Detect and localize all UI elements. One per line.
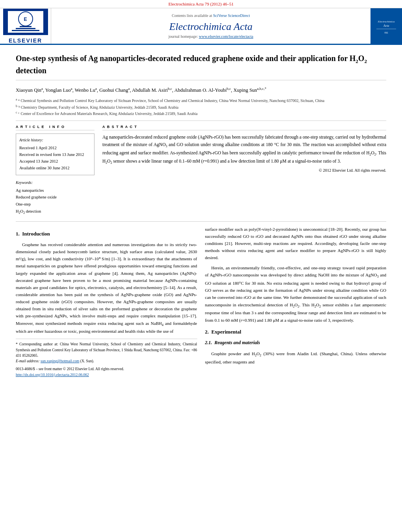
journal-icon: Electrochimica Acta ISE [374,14,398,37]
journal-homepage: journal homepage: www.elsevier.com/locat… [169,34,253,39]
article-title: One-step synthesis of Ag nanoparticles-d… [16,53,386,80]
article-meta-section: A R T I C L E I N F O Article history: R… [16,125,386,215]
issn-line: 0013-4686/$ – see front matter © 2012 El… [16,366,197,372]
body-two-col: 1. Introduction Graphene has received co… [16,226,386,378]
svg-text:ISE: ISE [384,32,388,34]
body-right-col: surface modifier such as poly(N-vinyl-2-… [205,226,387,378]
svg-text:E: E [24,17,27,22]
article-history-box: Article history: Received 1 April 2012 R… [16,133,94,175]
elsevier-brand: ELSEVIER [9,37,42,44]
intro-para-1: Graphene has received considerable atten… [16,241,197,335]
authors: Xiaoyun Qina, Yonglan Luoa, Wenbo Lua, G… [16,86,386,94]
sciverse-link[interactable]: SciVerse ScienceDirect [213,13,250,18]
footnote-star: * Corresponding author at: China West No… [16,341,197,358]
journal-center-header: Contents lists available at SciVerse Sci… [51,8,371,44]
footnote-area: * Corresponding author at: China West No… [16,339,197,378]
main-content: One-step synthesis of Ag nanoparticles-d… [0,45,402,386]
body-content: 1. Introduction Graphene has received co… [16,221,386,378]
svg-rect-3 [20,26,31,27]
body-left-col: 1. Introduction Graphene has received co… [16,226,197,378]
journal-title: Electrochimica Acta [169,21,253,33]
intro-para-2: surface modifier such as poly(N-vinyl-2-… [205,226,387,261]
footnote-email: E-mail address: sun.xuping@hotmail.com (… [16,358,197,364]
journal-logo-right: Electrochimica Acta ISE [371,8,402,44]
sciverse-line: Contents lists available at SciVerse Sci… [172,13,250,18]
abstract-text: Ag nanoparticles-decorated reduced graph… [102,133,386,166]
abstract-label: A B S T R A C T [102,125,386,130]
homepage-link[interactable]: www.elsevier.com/locate/electacta [199,34,253,39]
affiliations: a ᵃ Chemical Synthesis and Pollution Con… [16,97,386,121]
abstract-col: A B S T R A C T Ag nanoparticles-decorat… [102,125,386,215]
article-info-col: A R T I C L E I N F O Article history: R… [16,125,94,215]
copyright: © 2012 Elsevier Ltd. All rights reserved… [102,168,386,172]
keywords-box: Keywords: Ag nanoparticles Reduced graph… [16,179,94,216]
svg-rect-4 [16,28,35,29]
reagents-para: Graphite powder and H2O2 (30%) were from… [205,350,387,365]
intro-para-3: Herein, an environmentally friendly, cos… [205,264,387,323]
intro-heading: 1. Introduction [16,230,197,238]
svg-rect-5 [12,30,39,31]
doi-line: http://dx.doi.org/10.1016/j.electacta.20… [16,372,197,378]
svg-text:Electrochimica: Electrochimica [378,20,395,23]
svg-text:Acta: Acta [383,24,389,28]
experimental-heading: 2. Experimental [205,328,387,336]
article-info-label: A R T I C L E I N F O [16,125,94,130]
journal-header: E ELSEVIER Contents lists available at S… [0,8,402,45]
svg-rect-9 [376,29,396,29]
elsevier-logo: E ELSEVIER [0,8,51,44]
reagents-heading: 2.1. Reagents and materials [205,339,387,347]
journal-citation: Electrochimica Acta 79 (2012) 46–51 [0,0,402,8]
